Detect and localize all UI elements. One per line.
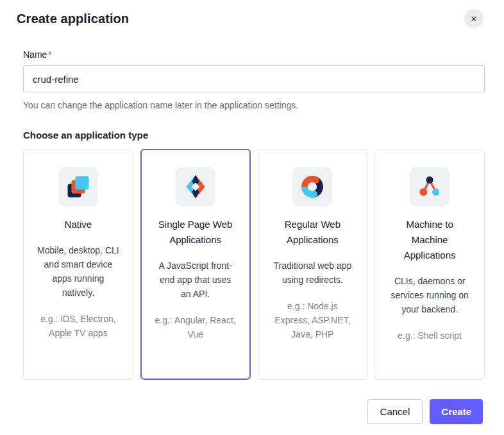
name-label-text: Name (23, 49, 47, 60)
name-hint-text: You can change the application name late… (23, 100, 485, 110)
regular-web-swirl-icon (298, 173, 326, 201)
card-examples: e.g.: iOS, Electron, Apple TV apps (37, 312, 119, 340)
application-type-card-spa[interactable]: Single Page Web Applications A JavaScrip… (140, 149, 251, 380)
card-description: Mobile, desktop, CLI and smart device ap… (37, 243, 119, 300)
card-title: Native (39, 217, 117, 232)
card-icon-tile (410, 167, 449, 207)
cancel-button[interactable]: Cancel (367, 399, 423, 424)
card-examples: e.g.: Angular, React, Vue (155, 313, 237, 341)
card-title: Regular Web Applications (273, 217, 351, 248)
application-type-cards: Native Mobile, desktop, CLI and smart de… (23, 149, 485, 380)
application-type-section: Choose an application type Native Mobile… (23, 130, 485, 380)
m2m-nodes-icon (416, 173, 444, 201)
card-icon-tile (292, 167, 332, 207)
close-icon: ✕ (471, 15, 478, 23)
card-examples: e.g.: Node.js Express, ASP.NET, Java, PH… (271, 299, 353, 341)
card-title: Machine to Machine Applications (391, 217, 469, 263)
native-stacked-squares-icon (64, 173, 92, 201)
close-button[interactable]: ✕ (464, 9, 483, 28)
dialog-footer: Cancel Create (0, 399, 483, 424)
card-title: Single Page Web Applications (156, 217, 235, 248)
type-section-heading: Choose an application type (23, 130, 485, 141)
card-description: Traditional web app using redirects. (271, 259, 353, 287)
dialog-title: Create application (17, 12, 487, 26)
card-description: CLIs, daemons or services running on you… (389, 274, 471, 316)
card-examples: e.g.: Shell script (389, 328, 471, 343)
application-type-card-regular-web[interactable]: Regular Web Applications Traditional web… (258, 149, 368, 380)
create-button[interactable]: Create (430, 399, 483, 424)
application-type-card-native[interactable]: Native Mobile, desktop, CLI and smart de… (23, 149, 133, 380)
card-icon-tile (176, 167, 215, 207)
spa-diamond-icon (181, 173, 210, 201)
application-type-card-m2m[interactable]: Machine to Machine Applications CLIs, da… (374, 149, 485, 380)
required-asterisk: * (48, 49, 51, 60)
dialog-header: Create application ✕ (0, 0, 504, 26)
name-form-section: Name* You can change the application nam… (23, 49, 485, 110)
application-name-input[interactable] (23, 65, 485, 92)
card-icon-tile (58, 167, 98, 207)
name-field-label: Name* (23, 49, 485, 60)
card-description: A JavaScript front-end app that uses an … (155, 259, 237, 301)
